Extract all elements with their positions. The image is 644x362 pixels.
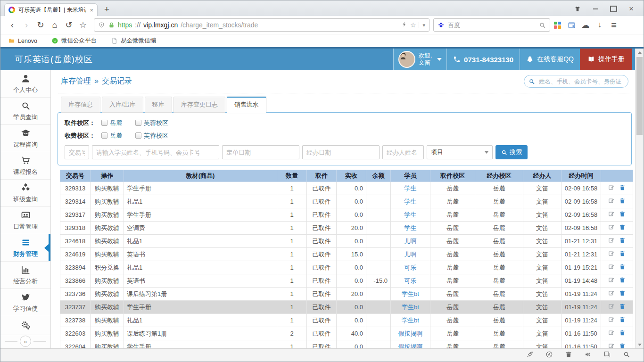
student-link[interactable]: 学生	[405, 211, 417, 218]
bookmark-item-1[interactable]: 微信公众平台	[51, 37, 97, 45]
online-service-button[interactable]: 在线客服QQ	[520, 49, 580, 70]
table-row[interactable]: 324618购买教辅礼品11已取件0.0儿啊岳麓岳麓文笛01-21 12:31	[60, 235, 633, 248]
student-link[interactable]: 儿啊	[405, 238, 417, 245]
trash-icon[interactable]	[565, 351, 572, 360]
search-button[interactable]: 搜索	[495, 145, 528, 159]
address-bar[interactable]: https://vip.lmxgj.cn/charge_item_stocks/…	[94, 18, 429, 32]
table-row[interactable]: 322604购买教辅学生手册1已取件0.0假按揭啊岳麓岳麓文笛01-16 11:…	[60, 340, 633, 349]
speaker-icon[interactable]	[584, 351, 592, 360]
edit-button[interactable]	[608, 237, 615, 245]
edit-button[interactable]	[608, 343, 615, 348]
delete-button[interactable]	[619, 184, 626, 192]
sidebar-item-5[interactable]: 日常管理	[0, 207, 50, 234]
sidebar-item-1[interactable]: 学员查询	[0, 98, 50, 125]
student-link[interactable]: 学生	[405, 224, 417, 231]
rocket-icon[interactable]	[526, 351, 534, 360]
table-row[interactable]: 323866购买教辅英语书1已取件0.0-15.0可乐岳麓岳麓文笛01-19 1…	[60, 274, 633, 288]
tab-4[interactable]: 销售流水	[227, 97, 266, 113]
delete-button[interactable]	[619, 197, 626, 206]
downloads-icon[interactable]: ↓	[593, 20, 607, 30]
tab-close-icon[interactable]: ×	[90, 7, 93, 14]
breadcrumb-section[interactable]: 库存管理	[61, 77, 91, 85]
filter-input-2[interactable]	[222, 145, 299, 159]
table-row[interactable]: 323738购买教辅礼品11已取件0.0学生bt岳麓岳麓文笛01-19 11:2…	[60, 314, 633, 327]
theme-icon[interactable]	[571, 4, 584, 14]
scroll-down-arrow-icon[interactable]	[636, 341, 644, 348]
browser-search-input[interactable]	[448, 22, 536, 29]
delete-button[interactable]	[619, 250, 626, 258]
page-scrollbar[interactable]	[635, 49, 644, 348]
student-link[interactable]: 学生bt	[402, 290, 419, 297]
edit-button[interactable]	[608, 224, 615, 232]
tab-1[interactable]: 入库/出库	[102, 97, 143, 113]
filter-input-3[interactable]	[302, 145, 380, 159]
tab-3[interactable]: 库存变更日志	[173, 97, 225, 113]
url-history-chevron-icon[interactable]: ▾	[419, 22, 425, 28]
delete-button[interactable]	[619, 343, 626, 348]
apps-grid-icon[interactable]	[550, 22, 564, 29]
manual-button[interactable]: 操作手册	[580, 49, 632, 70]
delete-button[interactable]	[619, 316, 626, 324]
filter-input-0[interactable]	[65, 145, 89, 159]
scrollbar-thumb[interactable]	[636, 57, 643, 135]
close-button[interactable]: ×	[625, 4, 638, 14]
maximize-button[interactable]	[607, 4, 620, 14]
student-link[interactable]: 儿啊	[405, 251, 417, 258]
sidebar-item-4[interactable]: 班级查询	[0, 180, 50, 207]
delete-button[interactable]	[619, 263, 626, 272]
table-row[interactable]: 323894积分兑换礼品11已取件0.0可乐岳麓岳麓文笛01-19 15:21	[60, 261, 633, 274]
delete-button[interactable]	[619, 303, 626, 311]
student-link[interactable]: 学生bt	[402, 317, 419, 324]
member-search-input[interactable]	[524, 75, 628, 88]
sidebar-item-0[interactable]: 个人中心	[0, 70, 50, 98]
student-link[interactable]: 假按揭啊	[398, 330, 423, 337]
delete-button[interactable]	[619, 290, 626, 298]
refresh-icon[interactable]: ↻	[33, 20, 48, 30]
sidebar-item-9[interactable]	[0, 316, 50, 335]
bookmark-star-icon[interactable]: ☆	[410, 21, 416, 29]
table-row[interactable]: 324619购买教辅英语书1已取件15.0儿啊岳麓岳麓文笛01-21 12:31	[60, 248, 633, 261]
delete-button[interactable]	[619, 329, 626, 337]
minimize-button[interactable]	[589, 4, 602, 14]
sidebar-item-7[interactable]: 经营分析	[0, 262, 50, 289]
filter-input-4[interactable]	[382, 145, 424, 159]
pickup-campus-checkbox-1[interactable]	[135, 120, 141, 126]
zoom-icon[interactable]	[623, 351, 630, 360]
pickup-campus-checkbox-0[interactable]	[101, 120, 107, 126]
delete-button[interactable]	[619, 224, 626, 232]
table-row[interactable]: 323736购买教辅课后练习第1册1已取件20.0学生bt岳麓岳麓文笛01-19…	[60, 288, 633, 301]
edit-button[interactable]	[608, 303, 615, 311]
back-icon[interactable]: ‹	[5, 20, 19, 30]
student-link[interactable]: 可乐	[405, 264, 417, 271]
student-link[interactable]: 可乐	[405, 277, 417, 284]
delete-button[interactable]	[619, 277, 626, 285]
table-row[interactable]: 329314购买教辅礼品11已取件0.0学生岳麓岳麓文笛02-09 16:58	[60, 195, 633, 208]
table-row[interactable]: 329318购买教辅空调费1已取件20.0学生岳麓岳麓文笛02-09 16:58	[60, 222, 633, 235]
edit-button[interactable]	[608, 211, 615, 219]
sidebar-item-2[interactable]: 课程咨询	[0, 125, 50, 152]
delete-button[interactable]	[619, 211, 626, 219]
student-link[interactable]: 学生	[405, 198, 417, 205]
home-icon[interactable]: ⌂	[48, 20, 62, 30]
delete-button[interactable]	[619, 237, 626, 245]
edit-button[interactable]	[608, 184, 615, 192]
search-icon[interactable]	[539, 22, 546, 29]
cloud-sync-icon[interactable]: ☁	[578, 20, 593, 30]
scroll-up-arrow-icon[interactable]	[636, 49, 644, 56]
edit-button[interactable]	[608, 329, 615, 337]
table-row[interactable]: 329313购买教辅学生手册1已取件0.0学生岳麓岳麓文笛02-09 16:58	[60, 182, 633, 195]
table-row[interactable]: 323737购买教辅学生手册1已取件0.0学生bt岳麓岳麓文笛01-19 11:…	[60, 301, 633, 314]
charge-campus-checkbox-0[interactable]	[101, 132, 107, 139]
student-link[interactable]: 学生	[405, 185, 417, 192]
tab-0[interactable]: 库存信息	[61, 97, 100, 113]
edit-button[interactable]	[608, 263, 615, 272]
browser-search-box[interactable]	[433, 18, 550, 32]
edit-button[interactable]	[608, 197, 615, 206]
student-link[interactable]: 假按揭啊	[398, 343, 423, 349]
project-select[interactable]: 项目	[427, 145, 493, 159]
bookmark-item-0[interactable]: Lenovo	[8, 37, 37, 44]
new-tab-button[interactable]: +	[104, 4, 109, 15]
edit-button[interactable]	[608, 277, 615, 285]
table-row[interactable]: 329317购买教辅学生手册1已取件0.0学生岳麓岳麓文笛02-09 16:58	[60, 208, 633, 222]
student-link[interactable]: 学生bt	[402, 304, 419, 311]
